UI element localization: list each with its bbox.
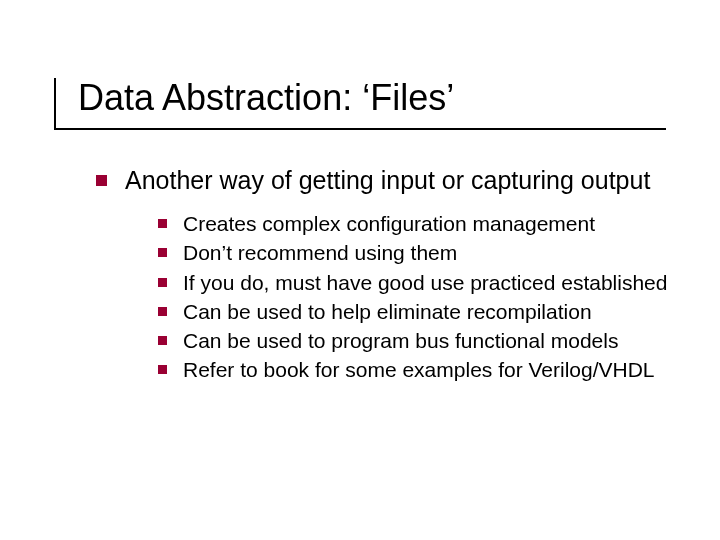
bullet-level2-text: Refer to book for some examples for Veri… [183,356,655,383]
square-bullet-icon [158,248,167,257]
bullet-level2-text: Can be used to help eliminate recompilat… [183,298,592,325]
bullet-level1-text: Another way of getting input or capturin… [125,164,650,196]
square-bullet-icon [158,307,167,316]
bullet-level2: Don’t recommend using them [158,239,670,266]
title-vertical-rule [54,78,56,130]
bullet-level2: Refer to book for some examples for Veri… [158,356,670,383]
title-horizontal-rule [54,128,666,130]
bullet-level2-text: If you do, must have good use practiced … [183,269,667,296]
slide: Data Abstraction: ‘Files’ Another way of… [0,0,720,540]
slide-title: Data Abstraction: ‘Files’ [78,78,680,118]
bullet-level2-text: Creates complex configuration management [183,210,595,237]
title-wrap: Data Abstraction: ‘Files’ [78,78,680,118]
bullet-level2: Can be used to program bus functional mo… [158,327,670,354]
square-bullet-icon [158,219,167,228]
square-bullet-icon [158,365,167,374]
slide-body: Another way of getting input or capturin… [96,164,670,386]
bullet-level2-text: Can be used to program bus functional mo… [183,327,618,354]
bullet-level2: If you do, must have good use practiced … [158,269,670,296]
bullet-level1: Another way of getting input or capturin… [96,164,670,196]
bullet-level2: Creates complex configuration management [158,210,670,237]
square-bullet-icon [158,336,167,345]
square-bullet-icon [96,175,107,186]
bullet-level2: Can be used to help eliminate recompilat… [158,298,670,325]
bullet-level2-group: Creates complex configuration management… [158,210,670,384]
bullet-level2-text: Don’t recommend using them [183,239,457,266]
square-bullet-icon [158,278,167,287]
